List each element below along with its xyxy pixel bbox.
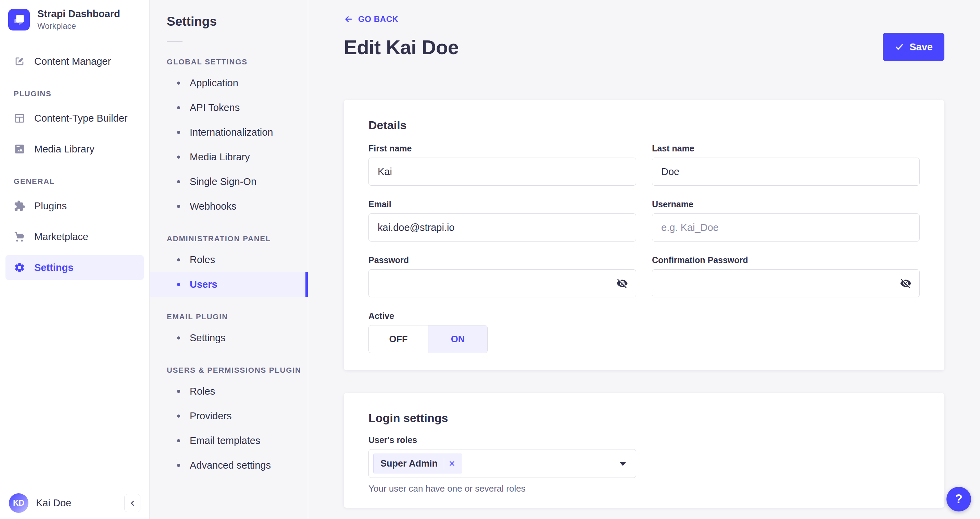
subnav-item-api-tokens[interactable]: API Tokens	[150, 95, 308, 120]
subnav-item-webhooks[interactable]: Webhooks	[150, 194, 308, 218]
field-confirmation-password: Confirmation Password	[652, 255, 920, 297]
chevron-down-icon[interactable]	[619, 462, 626, 466]
save-button[interactable]: Save	[883, 33, 944, 61]
active-label: Active	[368, 311, 920, 321]
avatar: KD	[9, 493, 29, 513]
nav-item-plugins[interactable]: Plugins	[5, 194, 144, 218]
nav-item-label: Media Library	[34, 143, 94, 155]
strapi-logo-glyph	[11, 12, 27, 27]
last-name-label: Last name	[652, 143, 920, 153]
first-name-label: First name	[368, 143, 636, 153]
toggle-off-option[interactable]: OFF	[369, 325, 428, 353]
main-nav-sidebar: Strapi Dashboard Workplace Content Manag…	[0, 0, 150, 519]
brand-text: Strapi Dashboard Workplace	[37, 8, 120, 31]
login-settings-card: Login settings User's roles Super Admin …	[344, 393, 944, 508]
username-input[interactable]	[652, 213, 920, 242]
role-tag-label: Super Admin	[380, 459, 444, 469]
settings-subnav: Settings GLOBAL SETTINGS Application API…	[150, 0, 308, 519]
subnav-item-label: Webhooks	[190, 201, 237, 212]
brand[interactable]: Strapi Dashboard Workplace	[0, 0, 149, 40]
field-password: Password	[368, 255, 636, 297]
subnav-item-label: Single Sign-On	[190, 176, 256, 187]
user-menu[interactable]: KD Kai Doe	[9, 493, 117, 513]
subnav-item-label: Settings	[190, 332, 226, 344]
bullet-icon	[177, 131, 180, 134]
brand-subtitle: Workplace	[37, 21, 120, 31]
subnav-item-label: Application	[190, 77, 238, 89]
nav-item-label: Settings	[34, 262, 73, 273]
page-header: Edit Kai Doe Save	[344, 33, 944, 61]
field-email: Email	[368, 199, 636, 242]
confirmation-password-input[interactable]	[652, 269, 920, 297]
toggle-on-option[interactable]: ON	[428, 325, 487, 353]
details-heading: Details	[368, 119, 920, 132]
bullet-icon	[177, 205, 180, 208]
field-active: Active OFF ON	[368, 311, 920, 353]
subnav-item-advanced-settings[interactable]: Advanced settings	[150, 453, 308, 478]
subnav-item-providers[interactable]: Providers	[150, 404, 308, 428]
save-button-label: Save	[910, 41, 933, 53]
nav-item-label: Plugins	[34, 201, 67, 212]
subnav-item-admin-users[interactable]: Users	[150, 272, 308, 297]
user-roles-select[interactable]: Super Admin	[368, 449, 636, 478]
subnav-item-single-sign-on[interactable]: Single Sign-On	[150, 169, 308, 194]
first-name-input[interactable]	[368, 158, 636, 186]
bullet-icon	[177, 390, 180, 393]
close-icon	[448, 460, 456, 467]
main-nav-items: Content Manager PLUGINS Content-Type Bui…	[0, 40, 149, 487]
password-label: Password	[368, 255, 636, 265]
nav-item-media-library[interactable]: Media Library	[5, 137, 144, 161]
subnav-item-email-templates[interactable]: Email templates	[150, 428, 308, 453]
details-card: Details First name Last name Email	[344, 100, 944, 370]
feather-icon	[14, 56, 25, 67]
bullet-icon	[177, 283, 180, 286]
subnav-item-admin-roles[interactable]: Roles	[150, 247, 308, 272]
help-button[interactable]: ?	[947, 487, 971, 511]
field-first-name: First name	[368, 143, 636, 186]
field-username: Username	[652, 199, 920, 242]
subnav-section-users-permissions-plugin: USERS & PERMISSIONS PLUGIN	[167, 366, 308, 375]
cart-icon	[14, 231, 25, 242]
nav-item-label: Content Manager	[34, 56, 111, 67]
question-mark-icon: ?	[955, 492, 963, 506]
divider	[167, 41, 183, 42]
collapse-sidebar-button[interactable]	[124, 494, 140, 512]
role-tag: Super Admin	[373, 454, 462, 473]
nav-item-marketplace[interactable]: Marketplace	[5, 224, 144, 249]
user-roles-label: User's roles	[368, 435, 920, 445]
nav-section-general: GENERAL	[14, 177, 149, 186]
subnav-item-email-settings[interactable]: Settings	[150, 325, 308, 350]
chevron-left-icon	[128, 499, 137, 508]
confirmation-password-visibility-toggle[interactable]	[899, 277, 912, 290]
nav-user-area: KD Kai Doe	[0, 487, 149, 519]
active-indicator	[305, 272, 308, 297]
main-content: GO BACK Edit Kai Doe Save Details First …	[308, 0, 980, 519]
bullet-icon	[177, 258, 180, 261]
subnav-title: Settings	[167, 14, 308, 29]
password-visibility-toggle[interactable]	[616, 277, 629, 290]
subnav-item-label: Internationalization	[190, 127, 273, 138]
subnav-item-up-roles[interactable]: Roles	[150, 379, 308, 404]
subnav-item-label: Providers	[190, 411, 232, 422]
nav-item-content-type-builder[interactable]: Content-Type Builder	[5, 106, 144, 131]
password-input[interactable]	[368, 269, 636, 297]
go-back-link[interactable]: GO BACK	[344, 14, 399, 24]
subnav-item-application[interactable]: Application	[150, 70, 308, 95]
subnav-item-media-library[interactable]: Media Library	[150, 145, 308, 169]
brand-title: Strapi Dashboard	[37, 8, 120, 19]
bullet-icon	[177, 180, 180, 183]
last-name-input[interactable]	[652, 158, 920, 186]
eye-off-icon	[900, 277, 912, 289]
subnav-item-internationalization[interactable]: Internationalization	[150, 120, 308, 145]
nav-item-settings[interactable]: Settings	[5, 255, 144, 280]
bullet-icon	[177, 81, 180, 84]
details-form: First name Last name Email Username	[368, 143, 920, 297]
nav-item-content-manager[interactable]: Content Manager	[5, 49, 144, 74]
email-input[interactable]	[368, 213, 636, 242]
user-name: Kai Doe	[36, 497, 71, 509]
remove-role-button[interactable]	[444, 455, 460, 471]
subnav-item-label: Roles	[190, 254, 215, 266]
confirmation-password-label: Confirmation Password	[652, 255, 920, 265]
page-title: Edit Kai Doe	[344, 36, 459, 59]
subnav-item-label: API Tokens	[190, 102, 240, 113]
